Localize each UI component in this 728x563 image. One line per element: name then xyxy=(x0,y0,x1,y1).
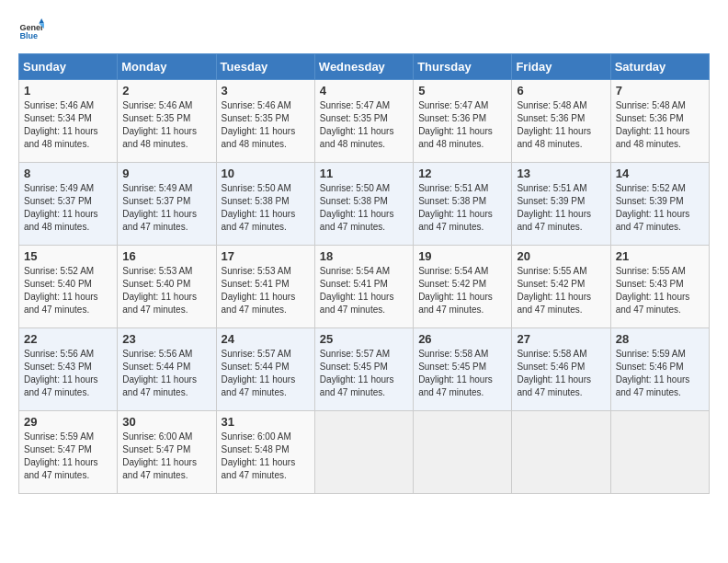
calendar-day: 11Sunrise: 5:50 AM Sunset: 5:38 PM Dayli… xyxy=(314,163,413,246)
page-header: General Blue xyxy=(18,18,710,44)
day-info: Sunrise: 5:47 AM Sunset: 5:36 PM Dayligh… xyxy=(418,99,506,151)
day-info: Sunrise: 5:58 AM Sunset: 5:45 PM Dayligh… xyxy=(418,348,506,399)
day-info: Sunrise: 5:46 AM Sunset: 5:35 PM Dayligh… xyxy=(122,99,210,151)
day-info: Sunrise: 5:53 AM Sunset: 5:40 PM Dayligh… xyxy=(122,265,210,316)
day-info: Sunrise: 5:59 AM Sunset: 5:47 PM Dayligh… xyxy=(24,431,112,482)
day-number: 6 xyxy=(517,84,605,98)
calendar-day: 7Sunrise: 5:48 AM Sunset: 5:36 PM Daylig… xyxy=(610,80,709,163)
calendar-day: 22Sunrise: 5:56 AM Sunset: 5:43 PM Dayli… xyxy=(19,328,118,411)
day-info: Sunrise: 5:52 AM Sunset: 5:39 PM Dayligh… xyxy=(616,182,704,234)
calendar-day xyxy=(414,411,512,494)
day-number: 11 xyxy=(320,167,408,180)
calendar-day: 18Sunrise: 5:54 AM Sunset: 5:41 PM Dayli… xyxy=(314,246,413,328)
calendar-day: 14Sunrise: 5:52 AM Sunset: 5:39 PM Dayli… xyxy=(610,163,709,246)
calendar-day: 31Sunrise: 6:00 AM Sunset: 5:48 PM Dayli… xyxy=(216,411,314,494)
col-header-thursday: Thursday xyxy=(414,54,512,80)
day-number: 12 xyxy=(418,167,506,180)
calendar-day: 1Sunrise: 5:46 AM Sunset: 5:34 PM Daylig… xyxy=(19,80,118,163)
day-number: 22 xyxy=(24,332,112,346)
calendar-day: 24Sunrise: 5:57 AM Sunset: 5:44 PM Dayli… xyxy=(216,328,314,411)
svg-marker-2 xyxy=(39,18,44,24)
calendar-day: 5Sunrise: 5:47 AM Sunset: 5:36 PM Daylig… xyxy=(414,80,512,163)
day-number: 8 xyxy=(24,167,112,180)
day-info: Sunrise: 5:49 AM Sunset: 5:37 PM Dayligh… xyxy=(122,182,210,234)
col-header-sunday: Sunday xyxy=(19,54,118,80)
day-info: Sunrise: 5:48 AM Sunset: 5:36 PM Dayligh… xyxy=(616,99,704,151)
day-number: 29 xyxy=(24,415,112,429)
logo: General Blue xyxy=(18,18,44,44)
calendar-day: 16Sunrise: 5:53 AM Sunset: 5:40 PM Dayli… xyxy=(118,246,216,328)
calendar-day: 21Sunrise: 5:55 AM Sunset: 5:43 PM Dayli… xyxy=(610,246,709,328)
day-info: Sunrise: 5:50 AM Sunset: 5:38 PM Dayligh… xyxy=(222,182,310,234)
day-number: 25 xyxy=(320,332,408,346)
day-number: 1 xyxy=(24,84,112,98)
calendar-table: SundayMondayTuesdayWednesdayThursdayFrid… xyxy=(18,53,710,494)
day-number: 15 xyxy=(24,249,112,263)
calendar-week-5: 29Sunrise: 5:59 AM Sunset: 5:47 PM Dayli… xyxy=(19,411,710,494)
calendar-day: 6Sunrise: 5:48 AM Sunset: 5:36 PM Daylig… xyxy=(512,80,610,163)
day-info: Sunrise: 5:48 AM Sunset: 5:36 PM Dayligh… xyxy=(517,99,605,151)
day-number: 24 xyxy=(222,332,310,346)
col-header-monday: Monday xyxy=(118,54,216,80)
calendar-day: 25Sunrise: 5:57 AM Sunset: 5:45 PM Dayli… xyxy=(314,328,413,411)
day-info: Sunrise: 5:58 AM Sunset: 5:46 PM Dayligh… xyxy=(517,348,605,399)
calendar-day: 26Sunrise: 5:58 AM Sunset: 5:45 PM Dayli… xyxy=(414,328,512,411)
day-number: 4 xyxy=(320,84,408,98)
day-number: 2 xyxy=(122,84,210,98)
col-header-friday: Friday xyxy=(512,54,610,80)
day-info: Sunrise: 5:57 AM Sunset: 5:44 PM Dayligh… xyxy=(222,348,310,399)
day-info: Sunrise: 5:59 AM Sunset: 5:46 PM Dayligh… xyxy=(616,348,704,399)
calendar-header-row: SundayMondayTuesdayWednesdayThursdayFrid… xyxy=(19,54,710,80)
calendar-day: 20Sunrise: 5:55 AM Sunset: 5:42 PM Dayli… xyxy=(512,246,610,328)
col-header-saturday: Saturday xyxy=(610,54,709,80)
day-info: Sunrise: 5:55 AM Sunset: 5:43 PM Dayligh… xyxy=(616,265,704,316)
calendar-day: 13Sunrise: 5:51 AM Sunset: 5:39 PM Dayli… xyxy=(512,163,610,246)
day-info: Sunrise: 5:57 AM Sunset: 5:45 PM Dayligh… xyxy=(320,348,408,399)
calendar-day: 10Sunrise: 5:50 AM Sunset: 5:38 PM Dayli… xyxy=(216,163,314,246)
day-number: 27 xyxy=(517,332,605,346)
calendar-day xyxy=(314,411,413,494)
calendar-week-3: 15Sunrise: 5:52 AM Sunset: 5:40 PM Dayli… xyxy=(19,246,710,328)
day-number: 23 xyxy=(122,332,210,346)
calendar-day xyxy=(610,411,709,494)
day-info: Sunrise: 5:52 AM Sunset: 5:40 PM Dayligh… xyxy=(24,265,112,316)
day-number: 14 xyxy=(616,167,704,180)
day-info: Sunrise: 5:49 AM Sunset: 5:37 PM Dayligh… xyxy=(24,182,112,234)
day-info: Sunrise: 5:53 AM Sunset: 5:41 PM Dayligh… xyxy=(222,265,310,316)
day-info: Sunrise: 6:00 AM Sunset: 5:48 PM Dayligh… xyxy=(222,431,310,482)
day-number: 5 xyxy=(418,84,506,98)
day-number: 30 xyxy=(122,415,210,429)
calendar-day: 28Sunrise: 5:59 AM Sunset: 5:46 PM Dayli… xyxy=(610,328,709,411)
calendar-day: 2Sunrise: 5:46 AM Sunset: 5:35 PM Daylig… xyxy=(118,80,216,163)
day-info: Sunrise: 5:47 AM Sunset: 5:35 PM Dayligh… xyxy=(320,99,408,151)
day-number: 13 xyxy=(517,167,605,180)
day-number: 10 xyxy=(222,167,310,180)
calendar-day: 8Sunrise: 5:49 AM Sunset: 5:37 PM Daylig… xyxy=(19,163,118,246)
day-info: Sunrise: 5:46 AM Sunset: 5:34 PM Dayligh… xyxy=(24,99,112,151)
day-number: 31 xyxy=(222,415,310,429)
col-header-wednesday: Wednesday xyxy=(314,54,413,80)
calendar-day: 23Sunrise: 5:56 AM Sunset: 5:44 PM Dayli… xyxy=(118,328,216,411)
day-number: 20 xyxy=(517,249,605,263)
day-number: 16 xyxy=(122,249,210,263)
day-info: Sunrise: 5:51 AM Sunset: 5:38 PM Dayligh… xyxy=(418,182,506,234)
day-info: Sunrise: 5:50 AM Sunset: 5:38 PM Dayligh… xyxy=(320,182,408,234)
calendar-day: 17Sunrise: 5:53 AM Sunset: 5:41 PM Dayli… xyxy=(216,246,314,328)
day-number: 17 xyxy=(222,249,310,263)
day-number: 7 xyxy=(616,84,704,98)
calendar-day: 19Sunrise: 5:54 AM Sunset: 5:42 PM Dayli… xyxy=(414,246,512,328)
day-info: Sunrise: 5:51 AM Sunset: 5:39 PM Dayligh… xyxy=(517,182,605,234)
day-number: 21 xyxy=(616,249,704,263)
calendar-day: 15Sunrise: 5:52 AM Sunset: 5:40 PM Dayli… xyxy=(19,246,118,328)
calendar-day: 27Sunrise: 5:58 AM Sunset: 5:46 PM Dayli… xyxy=(512,328,610,411)
day-number: 26 xyxy=(418,332,506,346)
calendar-week-2: 8Sunrise: 5:49 AM Sunset: 5:37 PM Daylig… xyxy=(19,163,710,246)
day-info: Sunrise: 5:56 AM Sunset: 5:43 PM Dayligh… xyxy=(24,348,112,399)
calendar-day: 9Sunrise: 5:49 AM Sunset: 5:37 PM Daylig… xyxy=(118,163,216,246)
day-number: 18 xyxy=(320,249,408,263)
calendar-week-1: 1Sunrise: 5:46 AM Sunset: 5:34 PM Daylig… xyxy=(19,80,710,163)
day-info: Sunrise: 5:56 AM Sunset: 5:44 PM Dayligh… xyxy=(122,348,210,399)
day-info: Sunrise: 5:54 AM Sunset: 5:41 PM Dayligh… xyxy=(320,265,408,316)
day-number: 19 xyxy=(418,249,506,263)
calendar-day: 29Sunrise: 5:59 AM Sunset: 5:47 PM Dayli… xyxy=(19,411,118,494)
